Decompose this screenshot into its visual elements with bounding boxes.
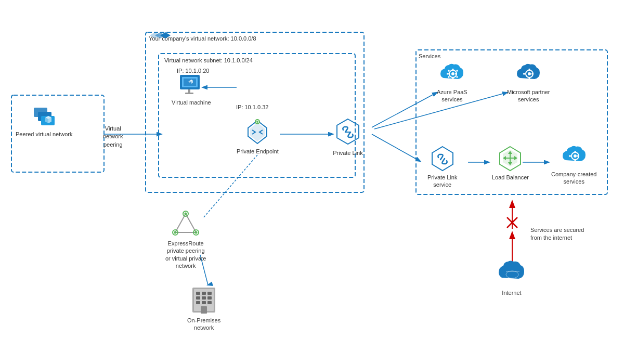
secured-label: Services are securedfrom the internet (530, 226, 584, 242)
azure-paas-icon (438, 62, 465, 86)
svg-rect-84 (201, 306, 207, 314)
svg-rect-23 (188, 89, 190, 93)
virtual-machine-node: Virtual machine (172, 73, 211, 106)
svg-rect-50 (531, 73, 534, 75)
virtual-machine-label: Virtual machine (172, 99, 211, 106)
expressroute-label: ExpressRouteprivate peeringor virtual pr… (165, 240, 206, 269)
svg-point-61 (574, 154, 577, 158)
svg-rect-39 (447, 73, 449, 75)
private-link-service-node: Private Linkservice (427, 145, 457, 189)
peered-vnet-node: Peered virtual network (16, 101, 72, 138)
azure-paas-label: Azure PaaSservices (437, 88, 467, 103)
internet-node: Internet (497, 260, 527, 296)
svg-rect-83 (207, 301, 212, 304)
svg-line-3 (372, 134, 420, 161)
svg-rect-80 (207, 296, 212, 300)
svg-rect-75 (196, 292, 200, 295)
svg-rect-37 (452, 69, 454, 71)
svg-line-12 (507, 217, 517, 228)
svg-rect-38 (452, 77, 454, 79)
svg-rect-79 (202, 296, 206, 300)
inner-subnet-box (159, 54, 355, 177)
ms-partner-label: Microsoft partnerservices (507, 88, 550, 103)
peered-vnet-label: Peered virtual network (16, 131, 72, 138)
expressroute-node: ExpressRouteprivate peeringor virtual pr… (165, 211, 206, 269)
load-balancer-node: Load Balancer (492, 145, 529, 181)
internet-label: Internet (502, 289, 521, 296)
svg-point-32 (256, 121, 258, 123)
services-label: Services (419, 53, 441, 59)
expressroute-icon (172, 211, 199, 238)
svg-rect-62 (574, 151, 576, 153)
ms-partner-icon (515, 62, 542, 86)
svg-point-72 (195, 231, 198, 234)
svg-rect-81 (196, 301, 200, 304)
private-link-service-label: Private Linkservice (427, 174, 457, 189)
svg-rect-82 (202, 301, 206, 304)
ms-partner-node: Microsoft partnerservices (507, 62, 550, 103)
private-endpoint-node: Private Endpoint (237, 119, 279, 155)
svg-rect-63 (574, 159, 576, 161)
svg-rect-40 (455, 73, 457, 75)
svg-line-8 (203, 155, 257, 218)
vnet-peering-label: Virtualnetworkpeering (103, 125, 123, 149)
svg-point-46 (528, 72, 531, 75)
peered-vnet-icon (31, 101, 58, 128)
svg-rect-77 (207, 292, 212, 295)
private-link-service-icon (429, 145, 456, 172)
company-services-node: Company-createdservices (551, 145, 596, 186)
private-link-label: Private Link (333, 149, 362, 157)
load-balancer-label: Load Balancer (492, 174, 529, 181)
virtual-machine-icon (178, 73, 205, 97)
svg-rect-48 (529, 77, 530, 79)
svg-point-36 (451, 72, 454, 75)
internet-icon (497, 260, 527, 287)
company-services-icon (561, 145, 588, 168)
svg-line-4 (372, 93, 437, 127)
private-endpoint-icon (244, 119, 271, 146)
svg-point-68 (185, 213, 187, 215)
svg-rect-65 (577, 155, 579, 157)
private-endpoint-label: Private Endpoint (237, 148, 279, 155)
vnet-chevron-icon (150, 32, 171, 49)
private-link-node: Private Link (333, 117, 363, 157)
inner-subnet-label: Virtual network subnet: 10.1.0.0/24 (164, 57, 253, 63)
svg-marker-29 (250, 123, 265, 141)
svg-marker-51 (432, 147, 453, 171)
svg-rect-49 (523, 73, 525, 75)
on-premises-label: On-Premisesnetwork (187, 317, 220, 332)
svg-rect-24 (185, 93, 193, 94)
company-services-label: Company-createdservices (551, 171, 596, 186)
ep-ip-label: IP: 10.1.0.32 (236, 104, 268, 110)
svg-rect-78 (196, 296, 200, 300)
outer-vnet-box (146, 32, 364, 192)
svg-line-13 (507, 217, 517, 228)
azure-paas-node: Azure PaaSservices (437, 62, 467, 103)
svg-rect-76 (202, 292, 206, 295)
svg-rect-64 (569, 155, 571, 157)
svg-point-70 (174, 231, 177, 234)
on-premises-node: On-Premisesnetwork (187, 283, 220, 332)
private-link-icon (333, 117, 363, 147)
svg-rect-47 (529, 69, 530, 71)
on-premises-icon (188, 283, 219, 315)
diagram: Your company's virtual network: 10.0.0.0… (0, 0, 624, 364)
load-balancer-icon (497, 145, 524, 172)
